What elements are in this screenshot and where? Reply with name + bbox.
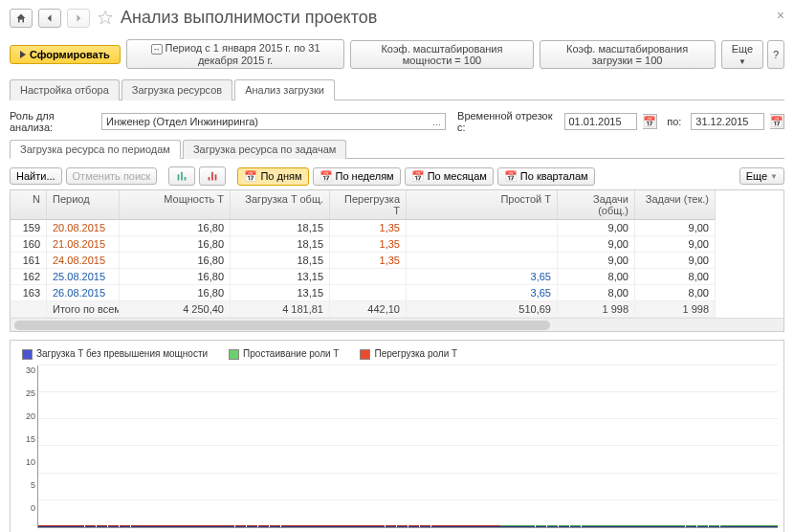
grid-scrollbar[interactable] <box>11 318 783 331</box>
chart-bar <box>662 525 673 527</box>
chart-bar <box>732 525 743 527</box>
chart-bar <box>766 525 778 527</box>
period-button[interactable]: ↔Период с 1 января 2015 г. по 31 декабря… <box>126 39 345 69</box>
chart-bar <box>131 525 143 527</box>
role-input[interactable]: Инженер (Отдел Инжиниринга)... <box>101 113 446 130</box>
scale-power-button[interactable]: Коэф. масштабирования мощности = 100 <box>350 40 533 69</box>
chart-bar <box>547 525 559 527</box>
home-icon[interactable] <box>10 9 33 28</box>
calendar-icon[interactable]: 📅 <box>643 114 657 129</box>
tab-0[interactable]: Настройка отбора <box>10 79 120 100</box>
chart-bar <box>755 525 766 527</box>
chart-bar <box>673 525 685 527</box>
chart-bar <box>743 525 755 527</box>
tab-1[interactable]: Загрузка ресурсов <box>121 79 232 100</box>
chart-bar <box>512 525 523 527</box>
chart-bar <box>258 525 270 527</box>
table-row[interactable]: 16124.08.201516,8018,151,359,009,00 <box>11 253 783 269</box>
chart-bar <box>108 525 120 527</box>
chart-bar <box>188 525 200 527</box>
chart-bar <box>247 525 258 527</box>
forward-icon <box>67 9 90 28</box>
chart-bar <box>120 525 131 527</box>
chart-bar <box>397 525 408 527</box>
grid-more-button[interactable]: Еще ▼ <box>739 167 784 185</box>
calendar-icon[interactable]: 📅 <box>770 114 784 129</box>
subtab-1[interactable]: Загрузка ресурса по задачам <box>183 140 346 159</box>
chart-bar <box>223 525 234 527</box>
chart-bar <box>177 525 188 527</box>
scale-load-button[interactable]: Коэф. масштабирования загрузки = 100 <box>540 40 716 69</box>
col-header[interactable]: Период <box>47 190 120 220</box>
table-row[interactable]: 16021.08.201516,8018,151,359,009,00 <box>11 236 783 253</box>
chart-bar <box>697 525 709 527</box>
to-label: по: <box>663 116 685 127</box>
col-header[interactable]: Перегрузка T <box>330 190 407 220</box>
date-to-input[interactable]: 31.12.2015 <box>691 113 763 130</box>
chart-bar <box>593 525 605 527</box>
cancel-find-button: Отменить поиск <box>66 167 158 185</box>
form-button[interactable]: Сформировать <box>10 45 121 64</box>
chart-bar <box>304 525 316 527</box>
chart-bar <box>386 525 397 527</box>
legend-red: Перегрузка роли T <box>360 348 457 360</box>
chart-bar <box>154 525 165 527</box>
chart-bar <box>61 525 73 527</box>
chart-bar <box>316 525 327 527</box>
chart-bar <box>582 525 593 527</box>
role-label: Роль для анализа: <box>10 110 96 133</box>
period-label: Временной отрезок с: <box>457 110 558 133</box>
chart-bar <box>270 525 281 527</box>
chart-bar <box>200 525 211 527</box>
col-header[interactable]: Мощность T <box>120 190 231 220</box>
chart-bar <box>454 525 466 527</box>
table-row[interactable]: 16225.08.201516,8013,153,658,008,00 <box>11 269 783 285</box>
more-button[interactable]: Еще ▼ <box>721 40 764 69</box>
col-header[interactable]: N <box>11 190 47 220</box>
back-icon[interactable] <box>38 9 61 28</box>
col-header[interactable]: Загрузка T общ. <box>231 190 330 220</box>
by-months-button[interactable]: 📅 По месяцам <box>405 167 494 186</box>
col-header[interactable]: Задачи (общ.) <box>558 190 635 220</box>
data-grid: NПериодМощность TЗагрузка T общ.Перегруз… <box>10 189 784 332</box>
sort-desc-button[interactable] <box>199 166 226 186</box>
chart-bar <box>686 525 697 527</box>
col-header[interactable]: Простой T <box>407 190 558 220</box>
subtab-0[interactable]: Загрузка ресурса по периодам <box>10 140 181 159</box>
chart-bar <box>327 525 339 527</box>
help-button[interactable]: ? <box>767 40 784 69</box>
chart-bar <box>97 525 108 527</box>
chart-bar <box>211 525 223 527</box>
find-button[interactable]: Найти... <box>10 167 62 185</box>
chart-bar <box>420 525 431 527</box>
chart-bar <box>373 525 385 527</box>
by-quarters-button[interactable]: 📅 По кварталам <box>497 167 595 186</box>
chart-bar <box>651 525 662 527</box>
chart-yaxis: 302520151050 <box>16 366 37 528</box>
by-days-button[interactable]: 📅 По дням <box>237 167 308 186</box>
table-row[interactable]: 16326.08.201516,8013,153,658,008,00 <box>11 285 783 301</box>
tab-2[interactable]: Анализ загрузки <box>234 79 335 100</box>
chart-plot <box>37 366 778 528</box>
legend-blue: Загрузка T без превышения мощности <box>22 348 208 360</box>
chart-bar <box>85 525 97 527</box>
chart-bar <box>477 525 489 527</box>
page-title: Анализ выполнимости проектов <box>121 8 377 28</box>
chart-bar <box>628 525 639 527</box>
chart-bar <box>235 525 247 527</box>
main-tabs: Настройка отбораЗагрузка ресурсовАнализ … <box>10 78 784 100</box>
chart-bar <box>50 525 61 527</box>
favorite-star-icon[interactable] <box>96 9 115 28</box>
legend-green: Простаивание роли T <box>229 348 339 360</box>
chart-bar <box>339 525 350 527</box>
col-header[interactable]: Задачи (тек.) <box>635 190 716 220</box>
table-row[interactable]: 15920.08.201516,8018,151,359,009,00 <box>11 220 783 236</box>
chart-bar <box>536 525 547 527</box>
by-weeks-button[interactable]: 📅 По неделям <box>313 167 401 186</box>
chart-bar <box>523 525 535 527</box>
date-from-input[interactable]: 01.01.2015 <box>564 113 637 130</box>
sort-asc-button[interactable] <box>168 166 195 186</box>
chart-bar <box>709 525 720 527</box>
close-icon[interactable]: × <box>777 8 784 23</box>
chart-bar <box>281 525 293 527</box>
